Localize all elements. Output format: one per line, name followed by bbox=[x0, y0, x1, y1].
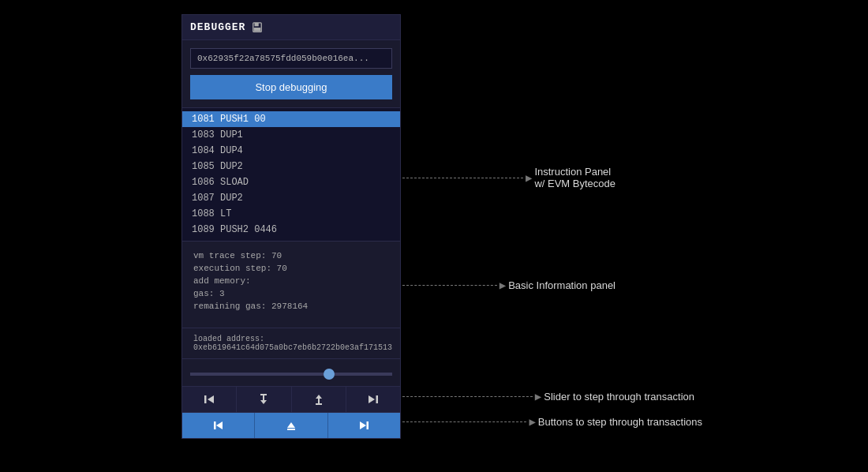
step-back-button[interactable] bbox=[182, 387, 237, 412]
gas: gas: 3 bbox=[193, 287, 389, 300]
first-transaction-button[interactable] bbox=[182, 413, 255, 438]
last-transaction-button[interactable] bbox=[328, 413, 400, 438]
instruction-row[interactable]: 1086 SLOAD bbox=[182, 174, 400, 190]
instruction-row[interactable]: 1087 DUP2 bbox=[182, 190, 400, 206]
eject-button[interactable] bbox=[255, 413, 327, 438]
instruction-row[interactable]: 1088 LT bbox=[182, 206, 400, 222]
info-panel: vm trace step: 70 execution step: 70 add… bbox=[182, 241, 400, 328]
slider-label: Slider to step through transaction bbox=[544, 391, 694, 403]
save-icon bbox=[252, 22, 263, 33]
svg-marker-3 bbox=[208, 395, 214, 403]
basic-info-label: Basic Information panel bbox=[508, 279, 615, 291]
instruction-panel-label: Instruction Panel w/ EVM Bytecode bbox=[534, 166, 615, 189]
svg-rect-14 bbox=[214, 421, 216, 429]
step-over-icon bbox=[312, 393, 325, 406]
instruction-panel: 1081 PUSH1 001083 DUP11084 DUP41085 DUP2… bbox=[182, 107, 400, 241]
add-memory: add memory: bbox=[193, 275, 389, 287]
loaded-address-section: loaded address: 0xeb619641c64d075a0bc7eb… bbox=[182, 328, 400, 358]
svg-marker-9 bbox=[316, 395, 322, 399]
vm-trace-step: vm trace step: 70 bbox=[193, 249, 389, 262]
address-input[interactable] bbox=[190, 48, 392, 69]
step-over-button[interactable] bbox=[292, 387, 346, 412]
step-into-icon bbox=[257, 393, 270, 406]
instruction-panel-annotation: ▶ Instruction Panel w/ EVM Bytecode bbox=[402, 166, 615, 189]
debugger-header: DEBUGGER bbox=[182, 15, 400, 40]
slider-annotation: ▶ Slider to step through transaction bbox=[402, 390, 694, 403]
address-section: Stop debugging bbox=[182, 40, 400, 107]
controls-row2 bbox=[182, 412, 400, 438]
svg-rect-16 bbox=[287, 429, 295, 430]
execution-step: execution step: 70 bbox=[193, 262, 389, 275]
step-forward-button[interactable] bbox=[346, 387, 400, 412]
step-slider[interactable] bbox=[190, 373, 392, 376]
loaded-address-text: loaded address: 0xeb619641c64d075a0bc7eb… bbox=[193, 335, 392, 352]
instruction-row[interactable]: 1089 PUSH2 0446 bbox=[182, 222, 400, 238]
svg-marker-17 bbox=[360, 421, 366, 429]
svg-rect-4 bbox=[204, 395, 207, 403]
controls-row1 bbox=[182, 386, 400, 412]
svg-marker-13 bbox=[216, 421, 223, 429]
svg-marker-15 bbox=[287, 422, 295, 428]
svg-rect-12 bbox=[376, 395, 378, 403]
step-into-button[interactable] bbox=[237, 387, 291, 412]
debugger-title: DEBUGGER bbox=[190, 21, 245, 33]
remaining-gas: remaining gas: 2978164 bbox=[193, 300, 389, 313]
first-icon bbox=[212, 419, 225, 432]
svg-rect-1 bbox=[255, 22, 259, 25]
stop-debugging-button[interactable]: Stop debugging bbox=[190, 75, 392, 99]
instruction-row[interactable]: 1085 DUP2 bbox=[182, 159, 400, 174]
svg-rect-2 bbox=[254, 28, 261, 31]
instruction-row[interactable]: 1081 PUSH1 00 bbox=[182, 111, 400, 127]
basic-info-annotation: ▶ Basic Information panel bbox=[402, 279, 615, 292]
instruction-row[interactable]: 1084 DUP4 bbox=[182, 143, 400, 159]
step-back-icon bbox=[203, 393, 215, 406]
step-forward-icon bbox=[367, 393, 380, 406]
debugger-panel: DEBUGGER Stop debugging 1081 PUSH1 00108… bbox=[181, 14, 401, 439]
last-icon bbox=[357, 419, 370, 432]
svg-marker-11 bbox=[369, 395, 375, 403]
slider-section bbox=[182, 358, 400, 386]
instruction-row[interactable]: 1083 DUP1 bbox=[182, 127, 400, 143]
eject-icon bbox=[285, 419, 297, 432]
buttons-annotation: ▶ Buttons to step through transactions bbox=[402, 415, 702, 429]
svg-marker-6 bbox=[260, 400, 267, 404]
buttons-label: Buttons to step through transactions bbox=[538, 416, 702, 428]
svg-rect-18 bbox=[367, 421, 369, 429]
